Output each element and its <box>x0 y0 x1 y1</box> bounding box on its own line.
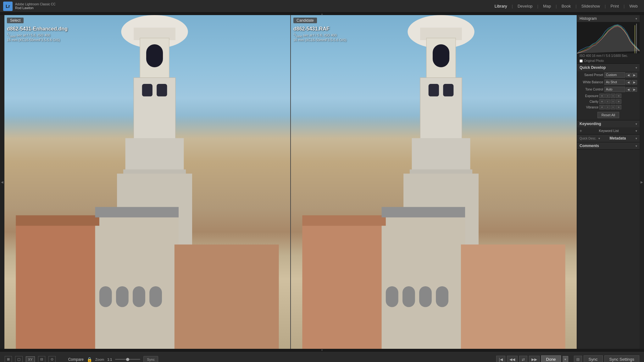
reset-all-button[interactable]: Reset All <box>597 112 619 118</box>
lr-logo: Lr <box>3 2 13 11</box>
keywording-header[interactable]: Keywording ▾ <box>577 120 640 127</box>
exposure-row: Exposure « ‹ › » <box>577 93 640 99</box>
zoom-slider[interactable] <box>115 359 140 360</box>
nav-slideshow[interactable]: Slideshow <box>578 3 603 10</box>
settings-toggle[interactable]: ⊟ <box>574 356 582 362</box>
vibrance-plus2[interactable]: » <box>616 105 621 109</box>
right-panel-toggle[interactable]: ▶ <box>640 15 644 349</box>
svg-rect-3 <box>146 44 163 67</box>
right-meta-lens: 16 mm (XC16-50mmF3.5-5.6 OIS) <box>293 38 347 42</box>
vibrance-minus1[interactable]: ‹ <box>605 105 610 109</box>
white-balance-label: White Balance <box>580 80 603 84</box>
svg-rect-15 <box>149 286 162 307</box>
keyword-list-label: Keyword List <box>599 129 619 133</box>
histogram-expand-icon: ▾ <box>636 17 637 20</box>
right-image-panel: Candidate d862-5431.RAF 1/1600 sec at f … <box>291 15 577 349</box>
sync-settings-button[interactable]: Sync Settings <box>604 355 640 362</box>
keywording-add-icon[interactable]: + <box>580 128 582 133</box>
vibrance-minus2[interactable]: « <box>599 105 605 109</box>
vibrance-plus1[interactable]: › <box>611 105 615 109</box>
left-image-content: Select d862-5431-Enhanced.dng 1/1600 sec… <box>4 15 290 349</box>
tone-prev[interactable]: ◀ <box>626 87 631 92</box>
swap-btn[interactable]: ⇄ <box>519 356 527 362</box>
svg-rect-36 <box>302 215 386 226</box>
right-image-content: Candidate d862-5431.RAF 1/1600 sec at f … <box>291 15 577 349</box>
histogram-header[interactable]: Histogram ▾ <box>577 15 640 22</box>
metadata-title: Metadata <box>609 136 626 140</box>
tone-control-label: Tone Control <box>580 88 603 91</box>
quick-desc-expand[interactable]: ▾ <box>598 137 600 140</box>
wb-prev[interactable]: ◀ <box>626 80 631 85</box>
white-balance-control: As Shot ◀ ▶ <box>604 80 637 85</box>
compare-view-btn[interactable]: XY <box>26 356 35 362</box>
white-balance-select[interactable]: As Shot <box>604 80 625 85</box>
clarity-minus1[interactable]: ‹ <box>605 99 610 104</box>
exposure-plus1[interactable]: › <box>611 94 615 98</box>
left-buildings-svg <box>4 182 290 349</box>
nav-book[interactable]: Book <box>558 3 574 10</box>
top-bar-left: Lr Adobe Lightroom Classic CC Rod Lawton <box>3 2 55 11</box>
right-buildings-svg <box>291 182 577 349</box>
nav-prev-btn[interactable]: |◀ <box>496 356 505 362</box>
wb-next[interactable]: ▶ <box>632 80 637 85</box>
tone-next[interactable]: ▶ <box>632 87 637 92</box>
svg-rect-31 <box>386 286 398 307</box>
app-info: Adobe Lightroom Classic CC Rod Lawton <box>15 3 55 10</box>
clarity-plus2[interactable]: » <box>616 99 621 104</box>
svg-rect-33 <box>419 286 432 307</box>
people-view-btn[interactable]: ⊙ <box>48 356 56 362</box>
sync-btn[interactable]: Sync <box>143 356 158 362</box>
nav-prev-frame-btn[interactable]: ◀◀ <box>507 356 518 362</box>
nav-map[interactable]: Map <box>540 3 554 10</box>
metadata-header[interactable]: Quick Desc. ▾ Metadata ▾ <box>577 134 640 142</box>
svg-rect-6 <box>157 84 167 96</box>
right-toggle-icon: ▶ <box>641 180 643 184</box>
original-photo-checkbox[interactable] <box>580 59 583 63</box>
sync-main-button[interactable]: Sync <box>584 355 603 362</box>
right-image-info: d862-5431.RAF 1/1600 sec at f / 5.6, ISO… <box>293 26 347 42</box>
select-badge[interactable]: Select <box>7 18 24 23</box>
quick-develop-toggle: ▾ <box>636 66 637 69</box>
nav-web[interactable]: Web <box>626 3 641 10</box>
quick-develop-title: Quick Develop <box>580 65 606 70</box>
metadata-expand: ▾ <box>636 137 637 140</box>
nav-next-frame-btn[interactable]: ▶▶ <box>529 356 540 362</box>
comments-section: Comments ▾ <box>577 142 640 150</box>
nav-develop[interactable]: Develop <box>514 3 536 10</box>
done-dropdown[interactable]: ▾ <box>563 356 568 362</box>
keywording-expand: ▾ <box>636 122 637 126</box>
exposure-minus1[interactable]: ‹ <box>605 94 610 98</box>
nav-print[interactable]: Print <box>607 3 622 10</box>
done-button[interactable]: Done <box>541 355 561 362</box>
quick-develop-header[interactable]: Quick Develop ▾ <box>577 64 640 71</box>
nav-library[interactable]: Library <box>491 3 510 10</box>
svg-rect-29 <box>302 224 386 349</box>
grid-view-btn[interactable]: ⊞ <box>5 356 12 362</box>
saved-preset-select[interactable]: Custom <box>604 72 625 78</box>
left-panel-toggle[interactable]: ◀ <box>0 15 4 349</box>
saved-preset-prev[interactable]: ◀ <box>626 73 631 77</box>
lock-icon[interactable]: 🔒 <box>87 357 92 362</box>
clarity-plus1[interactable]: › <box>611 99 615 104</box>
top-bar: Lr Adobe Lightroom Classic CC Rod Lawton… <box>0 0 644 13</box>
keywording-row: + Keyword List ▾ <box>577 127 640 134</box>
svg-rect-30 <box>382 215 465 349</box>
saved-preset-next[interactable]: ▶ <box>632 73 637 77</box>
candidate-badge[interactable]: Candidate <box>293 18 317 23</box>
app-name: Adobe Lightroom Classic CC <box>15 3 55 6</box>
exposure-plus2[interactable]: » <box>616 94 621 98</box>
keywording-title: Keywording <box>580 122 601 126</box>
left-filename: d862-5431-Enhanced.dng <box>7 26 68 32</box>
comments-header[interactable]: Comments ▾ <box>577 142 640 149</box>
clarity-minus2[interactable]: « <box>599 99 605 104</box>
histogram-canvas <box>577 22 640 53</box>
tone-control-select[interactable]: Auto <box>604 87 625 92</box>
histogram-section: Histogram ▾ <box>577 15 640 64</box>
bottom-collapse-arrow[interactable]: ▼ <box>0 349 644 351</box>
vibrance-btns: « ‹ › » <box>599 105 621 109</box>
exposure-minus2[interactable]: « <box>599 94 605 98</box>
survey-view-btn[interactable]: ⊟ <box>38 356 45 362</box>
loupe-view-btn[interactable]: ▢ <box>15 356 23 362</box>
svg-rect-25 <box>443 84 453 96</box>
top-collapse-arrow[interactable]: ▲ <box>0 13 644 15</box>
